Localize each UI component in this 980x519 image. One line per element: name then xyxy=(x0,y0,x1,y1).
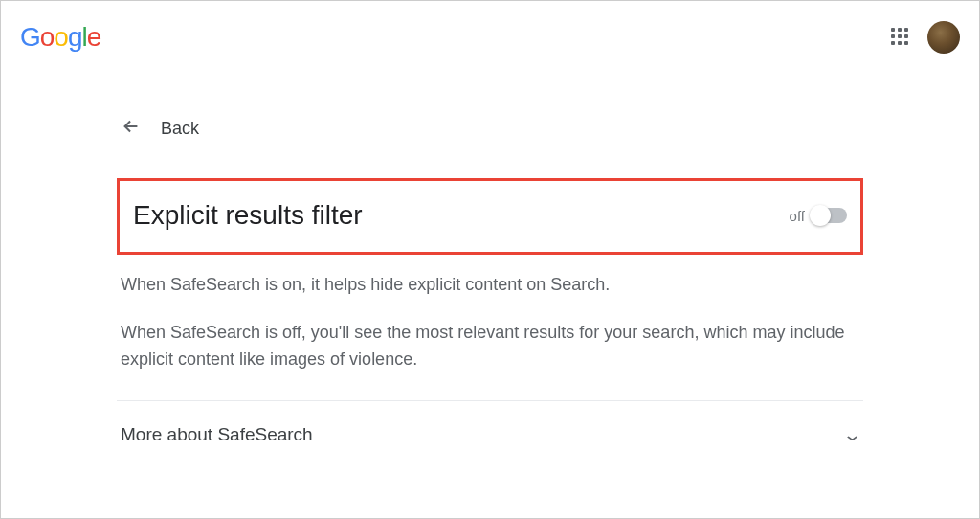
explicit-filter-row-highlight: Explicit results filter off xyxy=(117,178,863,255)
main-content: Back Explicit results filter off When Sa… xyxy=(107,116,873,455)
description-paragraph-2: When SafeSearch is off, you'll see the m… xyxy=(121,320,859,373)
description-paragraph-1: When SafeSearch is on, it helps hide exp… xyxy=(121,272,859,299)
toggle-state-label: off xyxy=(790,208,805,224)
header-right xyxy=(891,21,960,54)
chevron-down-icon: ⌄ xyxy=(842,424,862,445)
back-label: Back xyxy=(161,119,199,139)
toggle-wrap: off xyxy=(790,208,847,224)
more-label: More about SafeSearch xyxy=(121,424,313,445)
filter-title: Explicit results filter xyxy=(133,200,363,231)
arrow-left-icon xyxy=(121,116,142,142)
more-about-safesearch[interactable]: More about SafeSearch ⌄ xyxy=(117,401,863,455)
explicit-filter-toggle[interactable] xyxy=(811,208,847,223)
avatar[interactable] xyxy=(927,21,960,54)
filter-description: When SafeSearch is on, it helps hide exp… xyxy=(117,272,863,373)
apps-grid-icon[interactable] xyxy=(891,28,910,47)
back-button[interactable]: Back xyxy=(117,116,863,142)
header: Google xyxy=(1,1,979,58)
google-logo[interactable]: Google xyxy=(20,22,100,53)
